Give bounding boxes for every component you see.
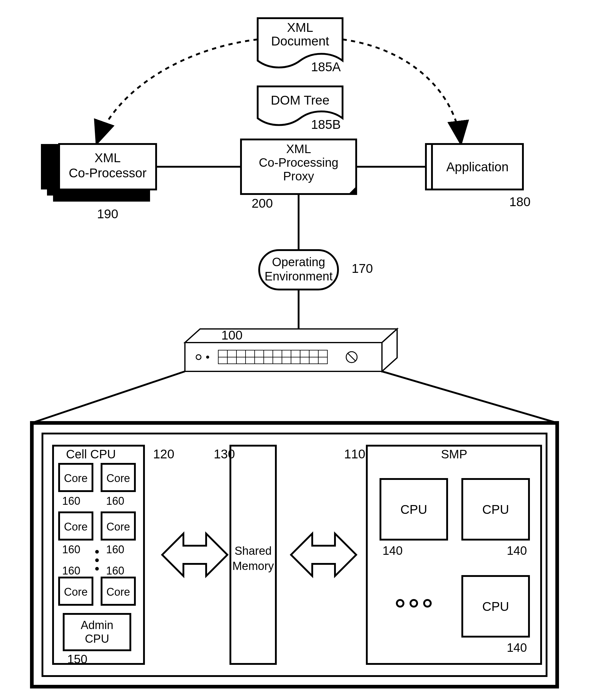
openv-ref: 170	[352, 261, 373, 276]
admin-cpu-line2: CPU	[85, 633, 109, 645]
double-arrow-right	[291, 534, 356, 576]
proxy-line2: Co-Processing	[259, 156, 338, 169]
cell-cpu-ref: 120	[153, 447, 174, 461]
xml-coprocessor: XML Co-Processor 190	[41, 144, 156, 221]
application-ref: 180	[509, 195, 531, 209]
coproc-ref: 190	[97, 207, 118, 221]
xml-document-ref: 185A	[311, 60, 341, 74]
shared-mem-line1: Shared	[235, 544, 272, 557]
device-ref: 100	[221, 328, 242, 342]
core-ref-3-1: 160	[62, 564, 80, 577]
cell-cpu-title: Cell CPU	[66, 448, 116, 461]
dom-tree-title: DOM Tree	[271, 93, 330, 107]
admin-cpu-line1: Admin	[80, 619, 114, 632]
application-box: Application 180	[426, 144, 531, 209]
proxy-line1: XML	[286, 142, 311, 156]
smp-cpu1: CPU	[400, 502, 427, 517]
core-1-1: Core	[64, 472, 87, 485]
shared-mem-line2: Memory	[232, 560, 274, 572]
smp-block: SMP 110 CPU 140 CPU 140 CPU 140	[344, 446, 541, 664]
svg-point-33	[95, 550, 99, 554]
openv-line1: Operating	[272, 255, 325, 269]
proxy-line3: Proxy	[283, 169, 314, 183]
smp-cpu1-ref: 140	[383, 544, 403, 557]
core-ref-2-1: 160	[62, 543, 80, 556]
smp-ref: 110	[344, 447, 365, 461]
svg-point-34	[95, 558, 99, 562]
core-ref-1-2: 160	[106, 495, 124, 507]
coproc-line2: Co-Processor	[69, 166, 147, 180]
core-ref-3-2: 160	[106, 564, 124, 577]
application-title: Application	[446, 160, 509, 174]
core-2-1: Core	[64, 521, 87, 533]
smp-title: SMP	[441, 448, 467, 461]
svg-point-35	[95, 567, 99, 570]
svg-point-10	[206, 356, 209, 359]
svg-point-44	[410, 600, 417, 606]
double-arrow-left	[162, 534, 227, 576]
xml-document-line2: Document	[271, 34, 329, 48]
expand-right-line	[382, 371, 557, 423]
coproc-line1: XML	[94, 151, 121, 165]
smp-cpu3-ref: 140	[507, 641, 527, 654]
operating-environment: Operating Environment 170	[259, 250, 373, 290]
openv-line2: Environment	[265, 270, 333, 283]
core-ref-1-1: 160	[62, 495, 80, 507]
shared-mem-ref: 130	[214, 447, 235, 461]
smp-cpu3: CPU	[482, 599, 509, 614]
network-device: 100	[185, 328, 397, 371]
dashed-arrow-right	[343, 39, 461, 143]
proxy-ref: 200	[252, 196, 273, 210]
xml-document-box: XML Document 185A	[258, 18, 343, 74]
core-ref-2-2: 160	[106, 543, 124, 556]
svg-point-45	[424, 600, 431, 606]
dom-tree-box: DOM Tree 185B	[258, 86, 343, 132]
core-3-2: Core	[107, 586, 130, 598]
dom-tree-ref: 185B	[311, 117, 341, 132]
diagram-root: XML Document 185A DOM Tree 185B XML Co-P…	[0, 0, 589, 700]
cell-cpu-block: Cell CPU 120 Core Core 160 160 Core Core…	[53, 446, 174, 666]
admin-cpu-ref: 150	[67, 652, 87, 666]
svg-point-43	[397, 600, 403, 606]
core-3-1: Core	[64, 586, 87, 598]
smp-cpu2: CPU	[482, 502, 509, 517]
core-1-2: Core	[107, 472, 130, 485]
smp-cpu2-ref: 140	[507, 544, 527, 557]
xml-document-line1: XML	[287, 20, 313, 34]
core-2-2: Core	[107, 521, 130, 533]
expand-left-line	[32, 371, 185, 423]
dashed-arrow-left	[97, 39, 258, 143]
